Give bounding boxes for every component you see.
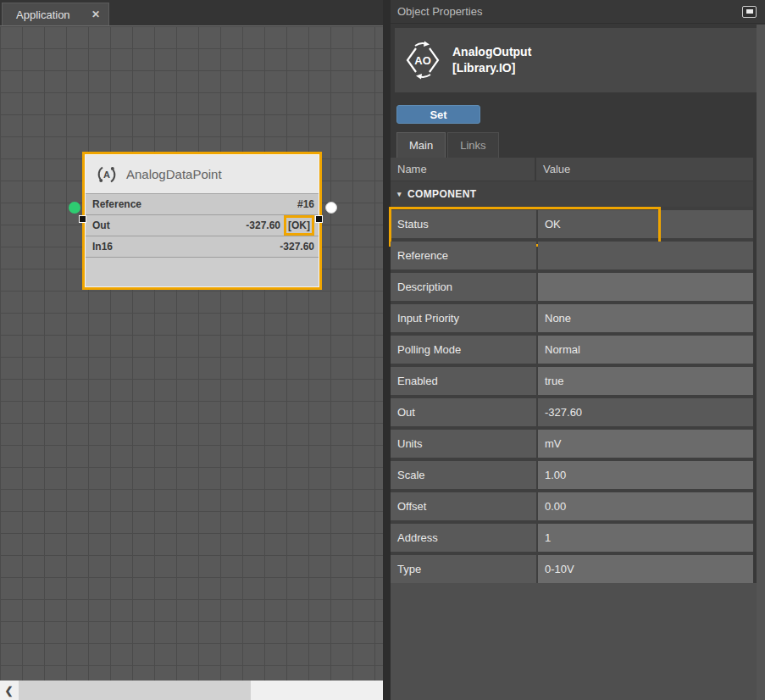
property-name: Address — [391, 524, 536, 552]
object-library: [Library.IO] — [452, 60, 531, 76]
set-button[interactable]: Set — [396, 105, 480, 124]
node-row-name: Reference — [92, 198, 141, 210]
input-port[interactable] — [69, 202, 80, 214]
property-rows: Status OK Reference Description Input Pr… — [391, 210, 753, 583]
object-card: AO AnalogOutput [Library.IO] — [395, 28, 757, 92]
property-name: Input Priority — [391, 304, 536, 332]
property-row[interactable]: Reference — [391, 242, 753, 269]
property-name: Polling Mode — [391, 336, 536, 364]
property-row[interactable]: Scale 1.00 — [391, 461, 753, 489]
property-value[interactable]: OK — [538, 210, 753, 238]
property-value[interactable] — [538, 242, 753, 269]
analog-data-point-node[interactable]: A AnalogDataPoint Reference #16 Out -327… — [82, 152, 322, 290]
node-header: A AnalogDataPoint — [86, 155, 319, 194]
analog-data-point-icon: A — [96, 164, 118, 186]
property-row[interactable]: Status OK — [391, 210, 753, 238]
tab-application[interactable]: Application ✕ — [2, 3, 109, 25]
node-row[interactable]: Reference #16 — [86, 194, 319, 215]
property-row[interactable]: Input Priority None — [391, 304, 753, 332]
property-row[interactable]: Address 1 — [391, 524, 753, 552]
horizontal-scrollbar[interactable]: ❮ — [0, 681, 383, 700]
panel-filler — [391, 583, 765, 700]
property-row[interactable]: Offset 0.00 — [391, 492, 753, 520]
property-value[interactable]: mV — [538, 430, 753, 458]
property-value[interactable]: 0.00 — [538, 492, 753, 520]
pane-divider[interactable] — [383, 0, 391, 700]
tab-links[interactable]: Links — [447, 132, 498, 158]
node-status-badge: [OK] — [284, 215, 314, 236]
panel-scrollbar[interactable] — [757, 25, 765, 700]
canvas-tab-bar: Application ✕ — [0, 0, 383, 25]
selection-handle-left[interactable] — [79, 215, 86, 223]
property-name: Type — [391, 555, 536, 583]
property-value[interactable]: 0-10V — [538, 555, 753, 583]
property-table: ▾ COMPONENT Status OK Reference Descript… — [391, 181, 753, 586]
minimize-panel-icon[interactable] — [742, 6, 757, 18]
node-row[interactable]: Out -327.60 [OK] — [86, 215, 319, 236]
property-name: Enabled — [391, 367, 536, 395]
property-name: Reference — [391, 242, 536, 269]
property-name: Units — [391, 430, 536, 458]
output-port[interactable] — [325, 202, 337, 214]
property-table-header: Name Value — [391, 158, 753, 181]
panel-tabs: Main Links — [396, 132, 499, 158]
property-name: Offset — [391, 492, 536, 520]
property-name: Description — [391, 273, 536, 301]
svg-text:A: A — [103, 169, 110, 180]
property-name: Out — [391, 398, 536, 426]
section-component[interactable]: ▾ COMPONENT — [391, 181, 753, 207]
scroll-left-arrow-icon[interactable]: ❮ — [0, 681, 18, 700]
node-row-value: -327.60 — [246, 219, 280, 231]
property-value[interactable]: -327.60 — [538, 398, 753, 426]
panel-titlebar: Object Properties — [391, 0, 765, 24]
tab-close-icon[interactable]: ✕ — [91, 8, 100, 20]
horizontal-scrollbar-thumb[interactable] — [19, 681, 251, 700]
wiresheet-canvas[interactable]: A AnalogDataPoint Reference #16 Out -327… — [0, 25, 383, 681]
property-value[interactable]: true — [538, 367, 753, 395]
property-row[interactable]: Units mV — [391, 430, 753, 458]
collapse-arrow-icon: ▾ — [397, 190, 402, 198]
property-value[interactable]: 1 — [538, 524, 753, 552]
node-rows: Reference #16 Out -327.60 [OK] In16 -327… — [86, 194, 319, 258]
property-row[interactable]: Polling Mode Normal — [391, 336, 753, 364]
property-value[interactable] — [538, 273, 753, 301]
column-header-name: Name — [391, 158, 536, 181]
section-component-label: COMPONENT — [407, 188, 477, 200]
node-title: AnalogDataPoint — [126, 167, 222, 181]
property-value[interactable]: 1.00 — [538, 461, 753, 489]
property-row[interactable]: Out -327.60 — [391, 398, 753, 426]
node-row-name: Out — [92, 219, 110, 231]
node-row[interactable]: In16 -327.60 — [86, 236, 319, 258]
tab-main[interactable]: Main — [396, 132, 446, 158]
property-value[interactable]: None — [538, 304, 753, 332]
minimize-bar — [746, 9, 753, 14]
svg-text:AO: AO — [414, 54, 431, 67]
object-properties-panel: Object Properties AO AnalogOutput [Libra… — [391, 0, 765, 700]
property-row[interactable]: Description — [391, 273, 753, 301]
property-row[interactable]: Enabled true — [391, 367, 753, 395]
panel-title: Object Properties — [397, 5, 482, 18]
property-name: Scale — [391, 461, 536, 489]
node-footer — [86, 258, 319, 286]
analog-output-icon: AO — [403, 41, 442, 80]
property-value[interactable]: Normal — [538, 336, 753, 364]
node-row-value: #16 — [297, 198, 314, 210]
node-row-value: -327.60 — [280, 241, 314, 253]
canvas-pane: Application ✕ A AnalogDataPoint Refer — [0, 0, 383, 700]
property-name: Status — [391, 210, 536, 238]
node-row-name: In16 — [92, 241, 113, 253]
tab-application-label: Application — [16, 8, 70, 21]
property-row[interactable]: Type 0-10V — [391, 555, 753, 583]
application-window: Application ✕ A AnalogDataPoint Refer — [0, 0, 765, 700]
column-header-value: Value — [536, 163, 570, 175]
selection-handle-right[interactable] — [315, 215, 323, 223]
object-name: AnalogOutput — [452, 44, 531, 60]
